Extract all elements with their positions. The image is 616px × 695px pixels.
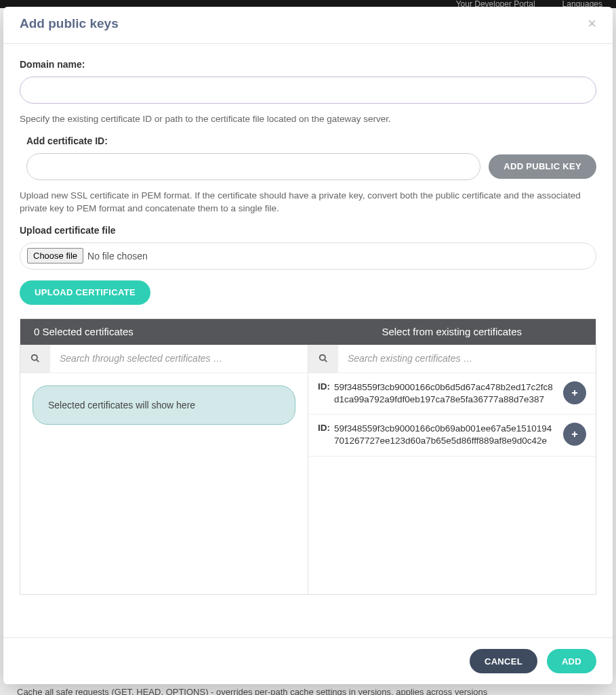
- upload-label: Upload certificate file: [20, 225, 596, 236]
- cert-id-value: 59f348559f3cb9000166c0b69ab001ee67a5e151…: [334, 423, 556, 447]
- search-icon: [20, 345, 50, 373]
- cert-id-label: ID:: [318, 423, 330, 433]
- existing-cert-row: ID:59f348559f3cb9000166c0b69ab001ee67a5e…: [308, 415, 596, 456]
- cancel-button[interactable]: CANCEL: [470, 649, 537, 673]
- modal-header: Add public keys ×: [3, 7, 613, 44]
- svg-point-0: [32, 355, 37, 360]
- existing-header: Select from existing certificates: [308, 319, 596, 345]
- svg-line-1: [37, 360, 39, 362]
- existing-cert-row: ID:59f348559f3cb9000166c0b6d5d67ac478b2e…: [308, 373, 596, 415]
- svg-point-2: [320, 355, 325, 360]
- selected-list: Selected certificates will show here: [20, 373, 308, 594]
- modal-footer: CANCEL ADD: [3, 637, 613, 684]
- choose-file-button[interactable]: Choose file: [27, 248, 83, 264]
- certificate-selector: 0 Selected certificates Select from exis…: [20, 318, 596, 595]
- svg-line-3: [325, 360, 327, 362]
- add-public-key-button[interactable]: ADD PUBLIC KEY: [489, 154, 596, 179]
- certificate-id-input[interactable]: [26, 153, 480, 180]
- cert-body: Selected certificates will show here ID:…: [20, 373, 596, 594]
- selected-placeholder: Selected certificates will show here: [33, 385, 295, 425]
- existing-list: ID:59f348559f3cb9000166c0b6d5d67ac478b2e…: [308, 373, 596, 594]
- domain-name-input[interactable]: [20, 77, 596, 104]
- cert-selector-header: 0 Selected certificates Select from exis…: [20, 319, 596, 345]
- file-input[interactable]: Choose file No file chosen: [20, 243, 596, 270]
- selected-header: 0 Selected certificates: [20, 319, 308, 345]
- cert-search-row: [20, 345, 596, 373]
- modal-body: Domain name: Specify the existing certif…: [3, 44, 613, 637]
- cert-id-value: 59f348559f3cb9000166c0b6d5d67ac478b2ed17…: [334, 381, 556, 406]
- search-selected-input[interactable]: [50, 345, 308, 373]
- help-text-cert-id: Specify the existing certificate ID or p…: [20, 113, 596, 126]
- modal-title: Add public keys: [20, 16, 119, 31]
- domain-name-label: Domain name:: [20, 59, 596, 70]
- add-cert-button[interactable]: [563, 381, 586, 404]
- search-existing-input[interactable]: [338, 345, 596, 373]
- file-status: No file chosen: [87, 251, 148, 261]
- modal-add-public-keys: Add public keys × Domain name: Specify t…: [3, 7, 613, 684]
- add-button[interactable]: ADD: [547, 649, 596, 673]
- help-text-upload: Upload new SSL certificate in PEM format…: [20, 190, 596, 215]
- add-cert-button[interactable]: [563, 423, 586, 446]
- close-icon[interactable]: ×: [588, 16, 596, 31]
- upload-certificate-button[interactable]: UPLOAD CERTIFICATE: [20, 280, 150, 305]
- certificate-id-label: Add certificate ID:: [26, 135, 596, 146]
- cert-id-label: ID:: [318, 381, 330, 392]
- search-icon: [308, 345, 338, 373]
